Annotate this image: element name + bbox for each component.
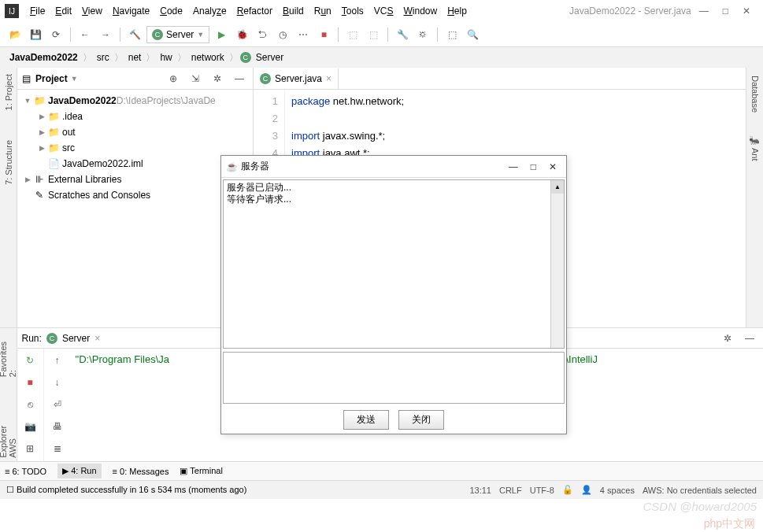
java-icon: ☕ (226, 161, 238, 172)
dialog-maximize-icon[interactable]: □ (531, 161, 536, 172)
wrap-icon[interactable]: ⏎ (49, 396, 66, 413)
dialog-text-area[interactable]: 服务器已启动...等待客户请求... (224, 180, 550, 348)
breadcrumb-item[interactable]: JavaDemo2022 (6, 50, 81, 65)
breadcrumb-item[interactable]: network (188, 50, 228, 65)
maximize-icon[interactable]: □ (723, 6, 728, 17)
scroll-icon[interactable]: ≣ (49, 440, 66, 457)
project-tree: ▼📁JavaDemo2022 D:\IdeaProjects\JavaDe▶📁.… (17, 90, 253, 327)
watermark: CSDN @howard2005 (643, 500, 757, 513)
status-encoding[interactable]: UTF-8 (530, 486, 554, 495)
breadcrumb-item[interactable]: hw (157, 50, 175, 65)
close-icon[interactable]: ✕ (743, 6, 750, 17)
tree-item[interactable]: ▼📁JavaDemo2022 D:\IdeaProjects\JavaDe (17, 93, 253, 109)
stop-run-icon[interactable]: ■ (21, 374, 39, 391)
dialog-input-area[interactable] (223, 352, 565, 404)
status-eol[interactable]: CRLF (499, 486, 522, 495)
breadcrumb-item[interactable]: net (125, 50, 145, 65)
close-button[interactable]: 关闭 (398, 410, 444, 430)
sidebar-tab-database[interactable]: Database (749, 72, 761, 116)
sync-icon[interactable]: ⟳ (47, 26, 65, 43)
tree-item[interactable]: ▶⊪External Libraries (17, 172, 253, 187)
build-icon[interactable]: 🔨 (126, 26, 143, 43)
vcs-commit-icon[interactable]: ⬚ (365, 26, 382, 43)
menu-window[interactable]: Window (398, 3, 442, 19)
status-indent[interactable]: 4 spaces (600, 486, 635, 495)
hide-icon[interactable]: — (741, 330, 758, 347)
attach-icon[interactable]: ⋯ (294, 26, 312, 43)
sidebar-tab-favorites[interactable]: 2: Favorites (0, 331, 19, 380)
class-icon: C (240, 52, 251, 63)
print-icon[interactable]: 🖶 (49, 418, 66, 435)
hide-icon[interactable]: — (231, 70, 248, 87)
minimize-icon[interactable]: — (699, 6, 709, 17)
close-tab-icon[interactable]: × (94, 333, 100, 344)
breadcrumb-item[interactable]: Server (253, 50, 287, 65)
tree-item[interactable]: 📄JavaDemo2022.iml (17, 156, 253, 172)
settings-icon[interactable]: ⛭ (414, 26, 432, 43)
watermark2: php中文网 (704, 517, 755, 531)
menu-analyze[interactable]: Analyze (188, 3, 231, 19)
tree-item[interactable]: ▶📁.idea (17, 109, 253, 124)
camera-icon[interactable]: 📷 (21, 418, 39, 435)
close-tab-icon[interactable]: × (326, 73, 331, 84)
layout-icon[interactable]: ⊞ (21, 440, 39, 457)
debug-icon[interactable]: 🐞 (233, 26, 250, 43)
status-aws[interactable]: AWS: No credentials selected (643, 486, 757, 495)
sidebar-tab-structure[interactable]: 7: Structure (2, 137, 15, 188)
structure-icon[interactable]: 🔧 (394, 26, 411, 43)
locate-icon[interactable]: ⊕ (165, 70, 182, 87)
bottom-tab-terminal[interactable]: ▣ Terminal (180, 466, 222, 476)
down-icon[interactable]: ↓ (49, 374, 66, 391)
dialog-close-icon[interactable]: ✕ (549, 161, 557, 172)
menu-run[interactable]: Run (309, 3, 336, 19)
menu-code[interactable]: Code (155, 3, 187, 19)
exit-icon[interactable]: ⎋ (21, 396, 39, 413)
menu-vcs[interactable]: VCS (369, 3, 398, 19)
menu-file[interactable]: File (25, 3, 50, 19)
tree-item[interactable]: ✎Scratches and Consoles (17, 187, 253, 203)
server-dialog: ☕ 服务器 — □ ✕ 服务器已启动...等待客户请求... ▲ 发送 关闭 (220, 155, 567, 434)
coverage-icon[interactable]: ⮌ (254, 26, 271, 43)
inspector-icon[interactable]: 👤 (581, 485, 592, 495)
rerun-icon[interactable]: ↻ (21, 352, 39, 369)
menu-help[interactable]: Help (443, 3, 472, 19)
bottom-tab-todo[interactable]: ≡ 6: TODO (5, 467, 46, 476)
vcs-update-icon[interactable]: ⬚ (344, 26, 361, 43)
menu-build[interactable]: Build (278, 3, 309, 19)
forward-icon[interactable]: → (97, 26, 114, 43)
sidebar-tab-ant[interactable]: 🐜 Ant (748, 131, 761, 164)
sidebar-tab-project[interactable]: 1: Project (2, 71, 15, 113)
run-tab-label: Server (62, 333, 90, 344)
stop-icon[interactable]: ■ (315, 26, 332, 43)
lock-icon[interactable]: 🔓 (562, 485, 573, 495)
gear-icon[interactable]: ✲ (719, 330, 736, 347)
run-config-selector[interactable]: C Server ▼ (146, 26, 209, 43)
tree-item[interactable]: ▶📁src (17, 140, 253, 156)
editor-tab[interactable]: C Server.java × (254, 68, 339, 89)
project-panel-title[interactable]: Project ▼ (35, 73, 160, 84)
aws-icon[interactable]: ⬚ (443, 26, 461, 43)
dialog-scrollbar[interactable]: ▲ (550, 180, 564, 348)
search-icon[interactable]: 🔍 (464, 26, 481, 43)
sidebar-tab-aws[interactable]: AWS Explorer (0, 404, 19, 461)
open-icon[interactable]: 📂 (6, 26, 24, 43)
expand-icon[interactable]: ⇲ (187, 70, 204, 87)
run-icon[interactable]: ▶ (213, 26, 230, 43)
send-button[interactable]: 发送 (343, 410, 389, 430)
breadcrumb-item[interactable]: src (94, 50, 113, 65)
dialog-minimize-icon[interactable]: — (509, 161, 518, 172)
gear-icon[interactable]: ✲ (209, 70, 226, 87)
up-icon[interactable]: ↑ (49, 352, 66, 369)
menu-view[interactable]: View (77, 3, 107, 19)
save-icon[interactable]: 💾 (27, 26, 44, 43)
status-message: ☐ Build completed successfully in 16 s 5… (6, 485, 246, 495)
menu-refactor[interactable]: Refactor (232, 3, 277, 19)
menu-navigate[interactable]: Navigate (108, 3, 154, 19)
profiler-icon[interactable]: ◷ (274, 26, 291, 43)
back-icon[interactable]: ← (76, 26, 94, 43)
menu-tools[interactable]: Tools (337, 3, 369, 19)
bottom-tab-run[interactable]: ▶ 4: Run (57, 464, 101, 478)
tree-item[interactable]: ▶📁out (17, 124, 253, 140)
bottom-tab-messages[interactable]: ≡ 0: Messages (113, 467, 169, 476)
menu-edit[interactable]: Edit (50, 3, 76, 19)
